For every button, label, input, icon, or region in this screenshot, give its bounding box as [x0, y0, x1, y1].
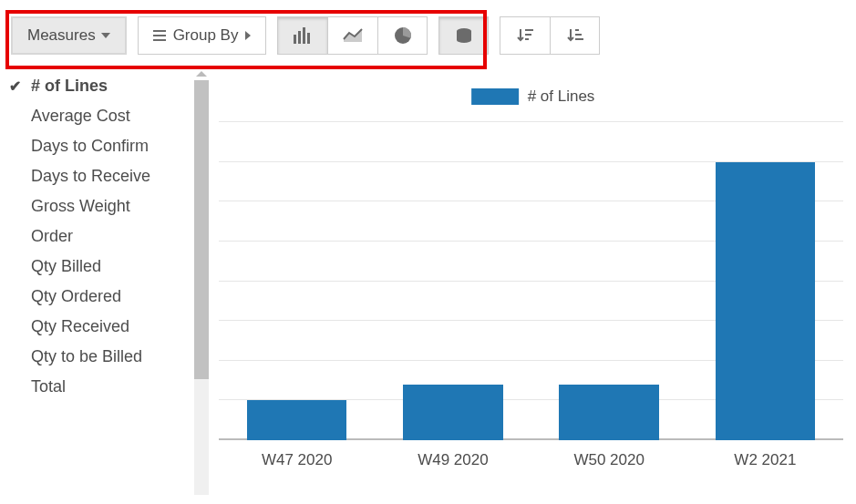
x-tick-label: W49 2020: [418, 451, 489, 469]
sort-asc-icon: [567, 28, 583, 43]
measures-item[interactable]: Qty to be Billed: [0, 342, 210, 372]
x-tick-label: W47 2020: [262, 451, 333, 469]
measures-item[interactable]: Qty Billed: [0, 252, 210, 282]
measures-list: # of LinesAverage CostDays to ConfirmDay…: [0, 71, 210, 402]
measures-item[interactable]: Qty Ordered: [0, 282, 210, 312]
line-chart-button[interactable]: [327, 16, 377, 55]
scroll-thumb[interactable]: [194, 80, 209, 379]
bar: [247, 400, 347, 440]
group-by-button[interactable]: Group By: [138, 16, 267, 55]
bar: [716, 162, 816, 440]
scroll-track: [194, 80, 209, 495]
chart-plot: [219, 122, 843, 440]
measures-item[interactable]: # of Lines: [0, 71, 210, 101]
bar: [559, 385, 659, 440]
measures-label: Measures: [27, 26, 96, 45]
measures-item[interactable]: Gross Weight: [0, 191, 210, 221]
chart-area: # of Lines W47 2020W49 2020W50 2020W2 20…: [210, 71, 856, 495]
chart-type-group: [277, 16, 428, 55]
measures-dropdown: # of LinesAverage CostDays to ConfirmDay…: [0, 71, 210, 495]
scroll-up-icon: [196, 71, 207, 77]
x-tick-label: W2 2021: [734, 451, 796, 469]
database-icon: [456, 28, 472, 43]
svg-rect-2: [303, 27, 305, 44]
x-axis-labels: W47 2020W49 2020W50 2020W2 2021: [219, 451, 843, 477]
svg-rect-3: [307, 33, 310, 44]
measures-item[interactable]: Days to Confirm: [0, 131, 210, 161]
list-icon: [153, 30, 166, 41]
svg-rect-1: [298, 31, 301, 44]
grid-line: [219, 121, 843, 122]
pie-chart-icon: [394, 26, 412, 45]
chart-legend: # of Lines: [471, 87, 595, 106]
x-tick-label: W50 2020: [573, 451, 645, 469]
sort-button-group: [500, 16, 600, 55]
svg-rect-0: [294, 35, 296, 44]
measures-item[interactable]: Qty Received: [0, 312, 210, 342]
group-by-label: Group By: [173, 26, 239, 45]
sort-desc-button[interactable]: [500, 16, 550, 55]
sort-asc-button[interactable]: [550, 16, 600, 55]
caret-right-icon: [245, 31, 251, 40]
pie-chart-button[interactable]: [377, 16, 428, 55]
legend-swatch: [471, 88, 519, 105]
bar-chart-button[interactable]: [277, 16, 327, 55]
stacked-button-group: [438, 16, 489, 55]
measures-item[interactable]: Average Cost: [0, 101, 210, 131]
bar-chart-icon: [294, 27, 312, 44]
legend-label: # of Lines: [528, 87, 595, 106]
line-chart-icon: [343, 28, 363, 43]
sort-desc-icon: [517, 28, 533, 43]
caret-down-icon: [101, 33, 110, 38]
toolbar: Measures Group By: [0, 0, 856, 71]
measures-item[interactable]: Days to Receive: [0, 161, 210, 191]
measures-button[interactable]: Measures: [11, 16, 127, 55]
content: # of LinesAverage CostDays to ConfirmDay…: [0, 71, 856, 495]
stacked-button[interactable]: [438, 16, 489, 55]
bar: [403, 385, 503, 440]
measures-item[interactable]: Total: [0, 372, 210, 402]
scrollbar[interactable]: [193, 71, 210, 495]
measures-item[interactable]: Order: [0, 221, 210, 252]
